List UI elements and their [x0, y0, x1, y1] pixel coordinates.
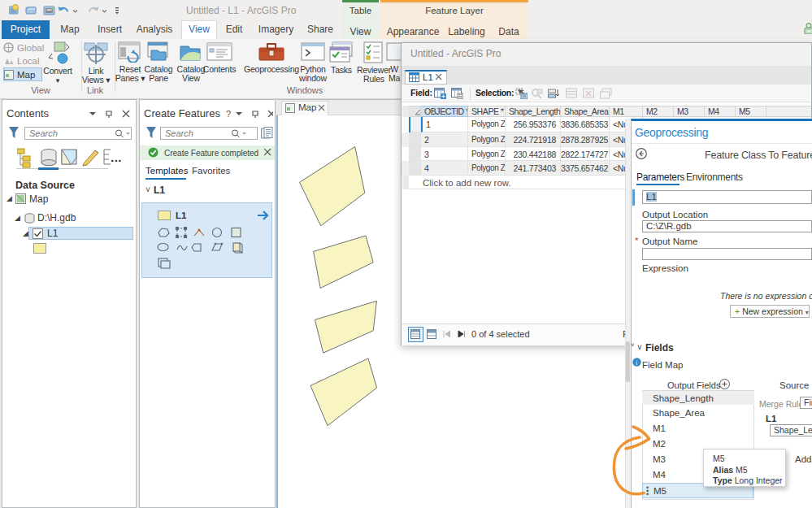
svg-text:i: i — [636, 359, 637, 367]
svg-text:?: ? — [226, 109, 231, 119]
